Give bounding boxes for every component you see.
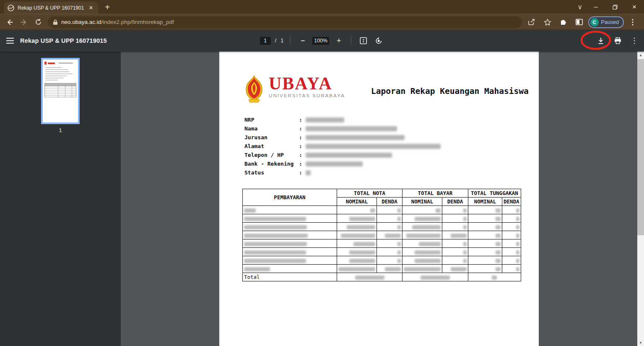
redacted-cell-value — [496, 234, 501, 238]
zoom-out-button[interactable]: − — [297, 35, 308, 46]
info-field-row: Bank - Rekening: — [244, 159, 539, 168]
close-window-button[interactable]: ✕ — [625, 0, 644, 14]
page-thumbnail[interactable] — [41, 58, 80, 124]
pdf-menu-button[interactable] — [0, 38, 20, 44]
redacted-cell-value — [496, 242, 501, 246]
reload-button[interactable] — [32, 16, 44, 29]
minimize-button[interactable]: ─ — [586, 0, 605, 14]
redacted-cell-value — [412, 225, 441, 229]
redacted-cell-value — [451, 234, 467, 238]
col-header-pembayaran: PEMBAYARAN — [243, 189, 337, 206]
col-header-total-tunggakan: TOTAL TUNGGAKAN — [468, 189, 521, 198]
print-button[interactable] — [612, 35, 623, 46]
window-controls: ∨ ─ ✕ — [574, 0, 644, 14]
redacted-cell-value — [244, 259, 306, 263]
document-title: Laporan Rekap Keuangan Mahasiswa — [371, 86, 529, 96]
thumbnail-sidebar: 1 — [0, 52, 121, 346]
redacted-cell-value — [415, 217, 441, 221]
rotate-icon — [375, 37, 383, 45]
redacted-cell-value — [244, 234, 308, 238]
side-panel-icon[interactable] — [573, 16, 586, 29]
redacted-cell-value — [397, 217, 401, 221]
field-colon: : — [299, 125, 306, 132]
redacted-cell-value — [451, 267, 467, 271]
scroll-up-arrow[interactable]: ▲ — [637, 52, 644, 58]
field-colon: : — [299, 143, 306, 149]
redacted-cell-value — [516, 225, 519, 229]
subheader-denda: DENDA — [442, 198, 468, 206]
pdf-viewer-content: 1 UBAYA UNIVERSITAS SURABAYA Laporan Rek… — [0, 52, 644, 346]
field-colon: : — [299, 117, 306, 123]
restore-icon — [613, 5, 618, 10]
bookmark-star-icon[interactable] — [541, 16, 554, 29]
redacted-cell-value — [516, 259, 519, 263]
browser-menu-dots-icon[interactable] — [626, 16, 639, 29]
redacted-cell-value — [397, 259, 401, 263]
total-bayar-redacted — [402, 273, 468, 281]
payment-row-redacted — [243, 248, 521, 256]
extensions-puzzle-icon[interactable] — [557, 16, 570, 29]
tab-close-icon[interactable]: ✕ — [87, 4, 95, 12]
back-button[interactable] — [3, 16, 16, 29]
pdf-document-title: Rekap USP & UPP 160719015 — [20, 37, 107, 44]
info-field-row: Nama: — [244, 124, 539, 133]
browser-tab[interactable]: Rekap USP & UPP 160719015 ✕ — [4, 2, 98, 14]
page-number-input[interactable]: 1 — [260, 37, 271, 45]
redacted-cell-value — [463, 225, 467, 229]
redacted-cell-value — [496, 217, 501, 221]
vertical-scrollbar[interactable]: ▲ ▼ — [637, 52, 644, 346]
fit-page-button[interactable] — [358, 35, 369, 46]
redacted-value — [306, 117, 344, 122]
restore-button[interactable] — [605, 0, 625, 14]
payment-row-redacted — [243, 214, 521, 223]
field-label: Jurusan — [244, 134, 299, 140]
payment-row-redacted — [243, 206, 521, 214]
zoom-level-input[interactable]: 100% — [312, 37, 329, 45]
field-label: Telepon / HP — [244, 152, 299, 158]
redacted-cell-value — [516, 267, 519, 271]
field-label: Bank - Rekening — [244, 161, 299, 167]
redacted-cell-value — [516, 217, 519, 221]
tab-search-chevron-icon[interactable]: ∨ — [574, 0, 586, 14]
download-icon — [597, 37, 604, 44]
redacted-cell-value — [385, 267, 401, 271]
info-field-row: Status: — [244, 168, 539, 177]
thumb-table-smudge — [44, 83, 76, 97]
scroll-down-arrow[interactable]: ▼ — [637, 339, 644, 346]
redacted-cell-value — [349, 259, 375, 263]
rotate-button[interactable] — [373, 35, 384, 46]
redacted-cell-value — [516, 250, 519, 255]
download-button[interactable] — [595, 35, 606, 46]
redacted-cell-value — [419, 242, 441, 246]
zoom-in-button[interactable]: + — [333, 35, 344, 46]
info-field-row: NRP: — [244, 115, 539, 124]
redacted-cell-value — [492, 276, 497, 280]
redacted-cell-value — [421, 276, 450, 280]
redacted-cell-value — [463, 208, 467, 213]
redacted-cell-value — [516, 242, 519, 246]
url-bar[interactable]: neo.ubaya.ac.id/index2.php/finmhsrekap_p… — [48, 16, 522, 28]
redacted-value — [306, 126, 397, 131]
share-icon[interactable] — [525, 16, 538, 29]
redacted-cell-value — [463, 217, 467, 221]
new-tab-button[interactable]: + — [101, 2, 113, 13]
scrollbar-thumb[interactable] — [637, 59, 644, 235]
redacted-cell-value — [516, 208, 519, 213]
redacted-cell-value — [244, 242, 307, 246]
redacted-cell-value — [349, 217, 375, 221]
forward-button[interactable] — [18, 16, 30, 29]
ubaya-logo — [244, 75, 265, 104]
padlock-icon — [53, 19, 58, 25]
field-colon: : — [299, 161, 306, 167]
redacted-cell-value — [463, 259, 467, 263]
redacted-cell-value — [496, 259, 501, 263]
field-colon: : — [299, 169, 306, 176]
redacted-cell-value — [244, 267, 270, 271]
profile-sync-pill[interactable]: C Paused — [588, 16, 624, 28]
url-text: neo.ubaya.ac.id/index2.php/finmhsrekap_p… — [61, 19, 174, 25]
info-field-row: Alamat: — [244, 142, 539, 151]
brand-name: UBAYA — [269, 75, 345, 92]
redacted-cell-value — [338, 267, 375, 271]
pdf-more-options-button[interactable]: ⋮ — [629, 35, 640, 46]
url-host: neo.ubaya.ac.id — [61, 19, 101, 25]
